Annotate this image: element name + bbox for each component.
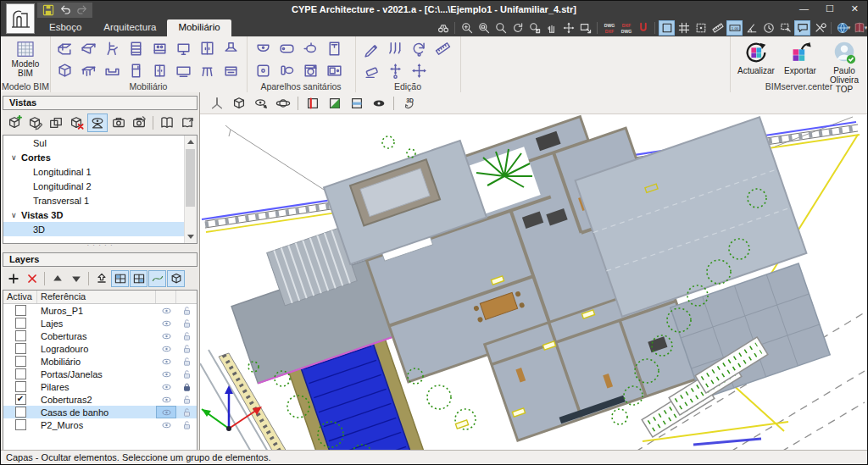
modelo-bim-button[interactable]: Modelo BIM [6, 39, 45, 80]
view-edit-icon[interactable] [25, 113, 46, 132]
stool-icon[interactable] [196, 60, 218, 81]
layer-row-p2-muros[interactable]: P2_Muros [3, 418, 197, 431]
zoom-print-icon[interactable] [526, 20, 542, 36]
layer-row-coberturas2[interactable]: ✔Coberturas2 [3, 393, 197, 406]
view-duplicate-icon[interactable] [46, 113, 66, 132]
search-icon[interactable] [435, 20, 451, 36]
layers-table[interactable]: Activa Referência Muros_P1LajesCobertura… [3, 290, 198, 451]
erase-icon[interactable] [360, 60, 382, 81]
copy-icon[interactable] [384, 38, 406, 59]
visibility-icon[interactable] [156, 329, 176, 342]
washing-machine-icon[interactable] [299, 60, 321, 81]
layer-row-logradouro[interactable]: Logradouro [3, 342, 197, 355]
clip-green-icon[interactable] [325, 94, 345, 113]
wardrobe-icon[interactable] [196, 38, 218, 59]
lock-open-icon[interactable] [176, 393, 197, 406]
edit-icon[interactable] [360, 38, 382, 59]
book-export-icon[interactable] [177, 113, 198, 132]
sel-window-icon[interactable] [777, 20, 793, 36]
chevron-down-icon[interactable]: ∨ [11, 211, 21, 219]
viewport-3d-scene[interactable] [200, 114, 867, 450]
tree-item-longitudinal-2[interactable]: Longitudinal 2 [3, 179, 184, 193]
move-point-icon[interactable] [384, 60, 406, 81]
tree-item-transversal-1[interactable]: Transversal 1 [3, 193, 184, 208]
lock-open-icon[interactable] [176, 317, 197, 329]
layer-active-checkbox[interactable] [15, 419, 26, 430]
layer-active-checkbox[interactable] [15, 318, 26, 329]
title-bar[interactable]: CYPE Architecture - v2021.a - [C:\...\Ej… [1, 1, 867, 19]
bookcase-icon[interactable] [125, 38, 147, 59]
ruler-icon[interactable] [709, 20, 726, 36]
move-icon[interactable] [408, 60, 430, 81]
layer-active-checkbox[interactable] [15, 407, 26, 418]
visibility-icon[interactable] [156, 342, 176, 355]
axes-icon[interactable] [207, 94, 227, 113]
tree-scrollbar[interactable] [184, 136, 197, 243]
close-button[interactable]: ✕ [851, 2, 859, 15]
cube-icon[interactable] [229, 94, 249, 113]
layer-down-icon[interactable] [67, 270, 85, 287]
maximize-button[interactable]: ☐ [826, 2, 834, 15]
clip-ruler-icon[interactable] [347, 94, 367, 113]
visibility-icon[interactable] [156, 418, 176, 431]
measure-icon[interactable] [431, 38, 453, 59]
sofa-icon[interactable] [101, 60, 123, 81]
tree-item-sul[interactable]: Sul [3, 136, 184, 150]
send-view-icon[interactable] [577, 20, 593, 36]
nightstand-icon[interactable] [53, 60, 75, 81]
visibility-icon[interactable] [156, 355, 176, 368]
redo-icon[interactable] [75, 3, 89, 17]
angle-icon[interactable] [743, 20, 760, 36]
visibility-icon[interactable] [156, 368, 176, 380]
visibility-icon[interactable] [156, 406, 176, 418]
tree-item-vistas-3d[interactable]: ∨Vistas 3D [3, 208, 184, 222]
layer-active-checkbox[interactable]: ✔ [15, 394, 26, 405]
redraw-icon[interactable] [509, 20, 526, 36]
layer-delete-icon[interactable] [23, 270, 41, 287]
chevron-down-icon[interactable]: ∨ [11, 153, 21, 162]
book-open-icon[interactable] [157, 113, 177, 132]
chair-icon[interactable] [101, 38, 123, 59]
shower-column-icon[interactable] [323, 38, 345, 59]
tree-item-3d[interactable]: 3D [3, 222, 184, 236]
layer-row-pilares[interactable]: Pilares [3, 380, 197, 393]
layer-row-coberturas[interactable]: Coberturas [3, 329, 197, 342]
visibility-icon[interactable] [156, 304, 176, 317]
eye-dark-icon[interactable] [369, 94, 389, 113]
web-icon[interactable] [835, 20, 851, 36]
lock-open-icon[interactable] [176, 368, 197, 380]
tab-esboço[interactable]: Esboço [38, 19, 92, 36]
toilet-icon[interactable] [275, 60, 298, 81]
layer-cube-icon[interactable] [167, 270, 185, 287]
snap-magnet-icon[interactable] [635, 20, 651, 36]
table-icon[interactable] [77, 60, 99, 81]
layer-row-mobili-rio[interactable]: Mobiliário [3, 355, 197, 368]
layer-transfer-icon[interactable] [92, 270, 110, 287]
undo-icon[interactable] [58, 3, 72, 17]
fridge-icon[interactable] [125, 60, 147, 81]
dim-value-icon[interactable]: 1.00 [726, 20, 743, 36]
zoom-region-icon[interactable] [459, 20, 475, 36]
tools-icon[interactable] [811, 20, 827, 36]
save-icon[interactable] [41, 3, 55, 17]
visibility-icon[interactable] [156, 393, 176, 406]
view-delete-icon[interactable] [67, 113, 87, 132]
scroll-thumb[interactable] [186, 149, 195, 207]
rotate-3d-icon[interactable]: 3D [398, 94, 419, 113]
layer-active-checkbox[interactable] [15, 330, 26, 341]
view-horizon-icon[interactable] [87, 113, 108, 132]
rotate-icon[interactable] [408, 38, 430, 59]
appliance-icon[interactable] [220, 60, 242, 81]
kitchen-sink-icon[interactable] [323, 60, 345, 81]
pan-icon[interactable] [543, 20, 559, 36]
clock-icon[interactable] [760, 20, 776, 36]
layer-row-portas-janelas[interactable]: Portas/Janelas [3, 368, 197, 380]
panel-splitter[interactable]: · · · · · [1, 244, 199, 249]
layer-active-checkbox[interactable] [15, 356, 26, 367]
export-cad-icon[interactable]: DXFDWG [618, 20, 634, 36]
layer-add-icon[interactable] [4, 270, 22, 287]
orbit-icon[interactable] [273, 94, 293, 113]
layer-row-muros-p1[interactable]: Muros_P1 [3, 304, 197, 317]
layer-row-lajes[interactable]: Lajes [3, 317, 197, 329]
bed-icon[interactable] [53, 38, 75, 59]
